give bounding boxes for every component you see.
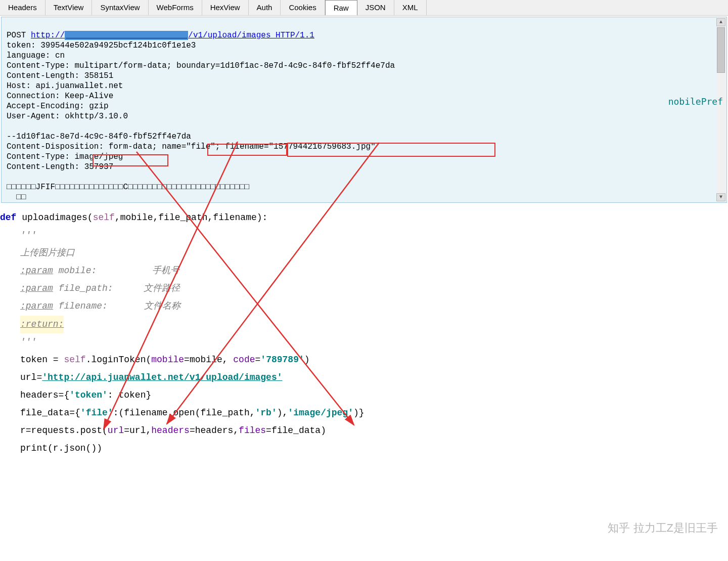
- tab-hexview[interactable]: HexView: [202, 0, 249, 15]
- tab-json[interactable]: JSON: [357, 0, 394, 15]
- header-connection: Connection: Keep-Alive: [7, 92, 113, 101]
- scrollbar-thumb[interactable]: [717, 27, 725, 73]
- form-filename: filename="1577944216759683.jpg": [225, 142, 376, 151]
- header-user-agent: User-Agent: okhttp/3.10.0: [7, 112, 128, 121]
- raw-request-panel[interactable]: POST http:// /v1/upload/images HTTP/1.1 …: [1, 17, 727, 203]
- doc-title: 上传图片接口: [20, 248, 75, 258]
- python-code: def uploadimages(self,mobile,file_path,f…: [0, 204, 728, 457]
- tab-xml[interactable]: XML: [394, 0, 427, 15]
- http-method: POST: [7, 31, 26, 40]
- header-content-type: Content-Type: multipart/form-data; bound…: [7, 61, 395, 70]
- header-accept-encoding: Accept-Encoding: gzip: [7, 102, 109, 111]
- tab-raw[interactable]: Raw: [325, 0, 357, 15]
- binary-data: □□□□□□JFIF□□□□□□□□□□□□□□C□□□□□□□□□□□□□□□…: [7, 183, 249, 192]
- scrollbar[interactable]: ▲ ▼: [716, 18, 725, 201]
- form-name: name="file";: [162, 142, 220, 151]
- header-host: Host: api.juanwallet.net: [7, 81, 123, 91]
- tab-cookies[interactable]: Cookies: [281, 0, 325, 15]
- tab-webforms[interactable]: WebForms: [149, 0, 202, 15]
- tab-syntaxview[interactable]: SyntaxView: [92, 0, 148, 15]
- content-disposition-line: Content-Disposition: form-data; name="fi…: [7, 142, 376, 151]
- side-cut-text: nobilePref: [668, 96, 723, 107]
- tab-bar: Headers TextView SyntaxView WebForms Hex…: [0, 0, 728, 16]
- part-content-length: Content-Length: 357937: [7, 162, 113, 171]
- tab-auth[interactable]: Auth: [249, 0, 281, 15]
- scroll-up-arrow[interactable]: ▲: [716, 18, 725, 26]
- header-language: language: cn: [7, 51, 65, 60]
- multipart-boundary: --1d10f1ac-8e7d-4c9c-84f0-fbf52ff4e7da: [7, 132, 191, 141]
- header-content-length: Content-Length: 358151: [7, 71, 113, 80]
- tab-headers[interactable]: Headers: [0, 0, 46, 15]
- tab-textview[interactable]: TextView: [46, 0, 93, 15]
- keyword-def: def: [0, 212, 16, 223]
- scroll-down-arrow[interactable]: ▼: [716, 193, 725, 201]
- part-content-type: Content-Type: image/jpeg: [7, 152, 123, 161]
- request-url[interactable]: http:// /v1/upload/images HTTP/1.1: [31, 31, 314, 40]
- header-token: token: 399544e502a94925bcf124b1c0f1e1e3: [7, 41, 196, 50]
